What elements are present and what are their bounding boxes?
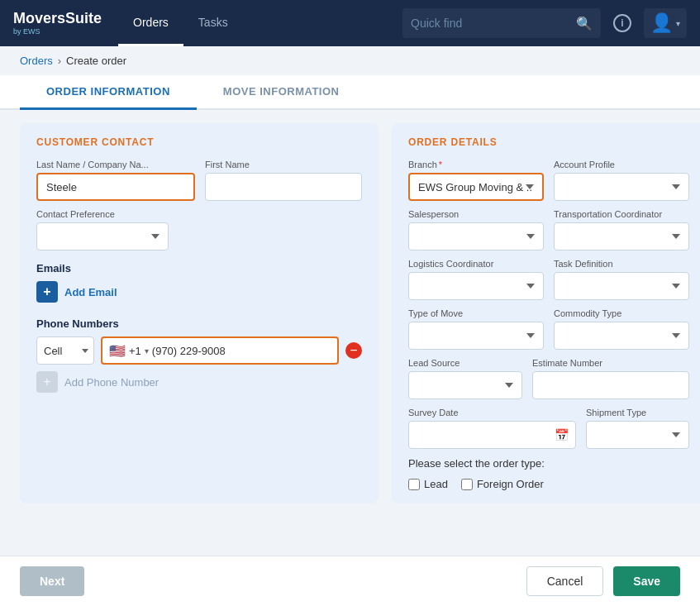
remove-phone-button[interactable]: − [345,342,362,359]
logo: MoversSuite by EWS [13,11,102,36]
info-icon-button[interactable]: i [607,8,637,38]
phone-number-input[interactable] [152,345,331,357]
branch-field: Branch* EWS Group Moving & .. [408,160,544,201]
lead-checkbox-item: Lead [408,478,448,490]
branch-label: Branch* [408,160,544,169]
tab-order-information[interactable]: ORDER INFORMATION [20,75,197,110]
survey-shipment-row: Survey Date 📅 Shipment Type [408,408,689,449]
phone-flag: 🇺🇸 [109,343,126,359]
task-definition-select[interactable] [554,272,689,300]
survey-date-field: Survey Date 📅 [408,408,576,449]
first-name-input[interactable] [205,173,362,201]
lead-estimate-row: Lead Source Estimate Number [408,358,689,399]
phone-type-select[interactable]: Cell Home Work [36,336,94,365]
transportation-coordinator-field: Transportation Coordinator [554,209,689,251]
foreign-order-checkbox[interactable] [461,479,473,490]
main-nav: Orders Tasks [118,0,243,46]
contact-pref-row: Contact Preference [36,209,362,251]
type-of-move-field: Type of Move [408,308,544,350]
transportation-coordinator-label: Transportation Coordinator [554,209,689,219]
salesperson-field: Salesperson [408,209,544,251]
avatar-icon: 👤 [650,12,673,34]
remove-phone-icon: − [345,342,362,359]
account-profile-field: Account Profile [554,160,689,201]
commodity-type-label: Commodity Type [554,308,689,318]
add-phone-label: Add Phone Number [64,376,159,389]
add-email-button[interactable]: + Add Email [36,281,117,303]
type-of-move-label: Type of Move [408,308,544,318]
lead-source-field: Lead Source [408,358,522,399]
add-phone-icon: + [36,371,58,393]
lead-source-select[interactable] [408,371,522,399]
task-definition-label: Task Definition [554,259,689,269]
app-header: MoversSuite by EWS Orders Tasks 🔍 i 👤 ▾ [0,0,700,46]
contact-preference-label: Contact Preference [36,209,169,219]
phone-input-wrap: 🇺🇸 +1 ▾ [101,336,339,365]
save-button[interactable]: Save [613,566,680,596]
order-details-title: ORDER DETAILS [408,136,689,148]
logistics-task-row: Logistics Coordinator Task Definition [408,259,689,300]
salesperson-select[interactable] [408,222,544,251]
customer-contact-title: CUSTOMER CONTACT [36,136,362,148]
account-profile-select[interactable] [554,173,689,201]
phone-country-code: +1 [129,345,141,357]
add-phone-row: + Add Phone Number [36,371,362,393]
user-avatar-button[interactable]: 👤 ▾ [644,8,687,38]
search-icon: 🔍 [576,16,593,31]
cancel-button[interactable]: Cancel [526,566,604,596]
estimate-number-field: Estimate Number [532,358,689,399]
breadcrumb-orders[interactable]: Orders [20,55,53,67]
search-input[interactable] [411,17,569,30]
contact-preference-select[interactable] [36,222,169,251]
footer-bar: Next Cancel Save [0,556,700,606]
branch-account-row: Branch* EWS Group Moving & .. Account Pr… [408,160,689,201]
nav-tasks[interactable]: Tasks [183,0,243,46]
shipment-type-select[interactable] [586,421,689,449]
nav-orders[interactable]: Orders [118,0,183,46]
first-name-field: First Name [205,160,362,201]
calendar-icon[interactable]: 📅 [555,428,569,441]
main-content: CUSTOMER CONTACT Last Name / Company Na.… [0,110,700,517]
emails-section-label: Emails [36,262,362,274]
order-details-panel: ORDER DETAILS Branch* EWS Group Moving &… [392,123,700,503]
search-bar: 🔍 [402,8,601,38]
order-type-section: Please select the order type: Lead Forei… [408,457,689,490]
lead-label: Lead [424,478,448,490]
logistics-coordinator-select[interactable] [408,272,544,300]
shipment-type-label: Shipment Type [586,408,689,418]
type-of-move-select[interactable] [408,322,544,350]
branch-select[interactable]: EWS Group Moving & .. [408,173,544,201]
survey-date-input-wrap: 📅 [408,421,576,449]
last-name-input[interactable] [36,173,195,201]
shipment-type-field: Shipment Type [586,408,689,449]
next-button[interactable]: Next [20,566,84,596]
logo-main: MoversSuite [13,11,102,27]
logistics-coordinator-field: Logistics Coordinator [408,259,544,300]
account-profile-label: Account Profile [554,160,689,169]
salesperson-label: Salesperson [408,209,544,219]
survey-date-input[interactable] [416,429,555,441]
info-icon: i [613,14,631,32]
contact-preference-field: Contact Preference [36,209,169,251]
tab-move-information[interactable]: MOVE INFORMATION [197,75,366,110]
last-name-label: Last Name / Company Na... [36,160,195,169]
order-type-prompt: Please select the order type: [408,457,689,470]
phone-numbers-section-label: Phone Numbers [36,317,362,330]
estimate-number-label: Estimate Number [532,358,689,368]
transportation-coordinator-select[interactable] [554,222,689,251]
estimate-number-input[interactable] [532,371,689,399]
breadcrumb: Orders › Create order [0,46,700,75]
last-name-field: Last Name / Company Na... [36,160,195,201]
task-definition-field: Task Definition [554,259,689,300]
move-commodity-row: Type of Move Commodity Type [408,308,689,350]
phone-row: Cell Home Work 🇺🇸 +1 ▾ − [36,336,362,365]
commodity-type-select[interactable] [554,322,689,350]
phone-chevron-icon[interactable]: ▾ [145,346,149,355]
commodity-type-field: Commodity Type [554,308,689,350]
breadcrumb-separator: › [58,55,61,67]
survey-date-label: Survey Date [408,408,576,418]
lead-checkbox[interactable] [408,479,420,490]
logo-sub: by EWS [13,27,40,36]
salesperson-tc-row: Salesperson Transportation Coordinator [408,209,689,251]
add-email-label: Add Email [64,286,117,298]
